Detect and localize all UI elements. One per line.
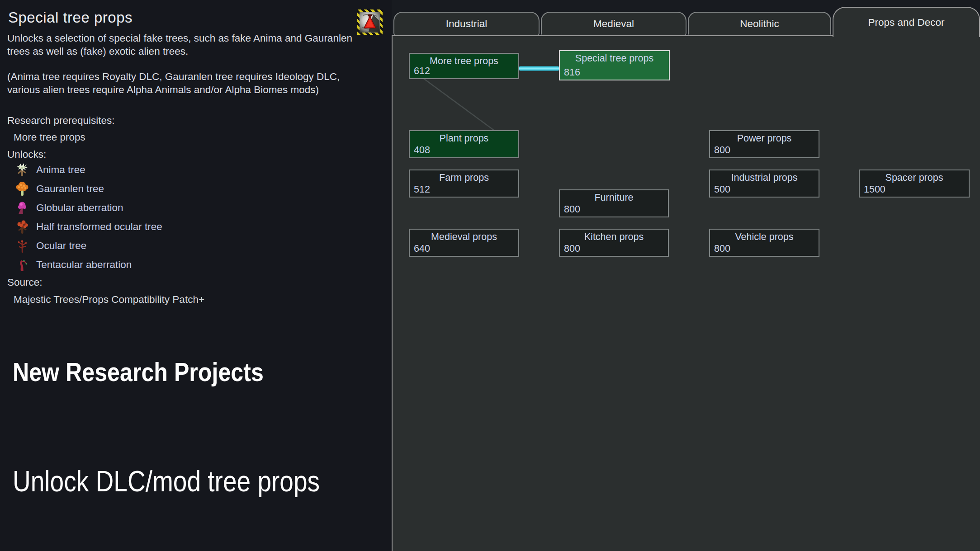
page-title: Special tree props [8,9,133,26]
tab-neolithic[interactable]: Neolithic [688,12,831,35]
unlock-item-anima-tree[interactable]: Anima tree [13,160,266,179]
unlock-item-tentacular-aberration[interactable]: Tentacular aberration [13,255,266,274]
info-panel: Special tree props Unlocks a selection o… [0,0,392,551]
tab-strip: IndustrialMedievalNeolithicProps and Dec… [392,0,980,37]
unlocks-label: Unlocks: [7,149,46,160]
ocular-tree-icon [14,238,30,254]
prerequisite-item[interactable]: More tree props [14,132,85,143]
prerequisites-label: Research prerequisites: [7,115,115,127]
unlock-item-globular-aberration[interactable]: Globular aberration [13,198,266,217]
active-connection-line [519,66,559,71]
research-node-more-tree-props[interactable]: More tree props 612 [409,53,519,79]
research-node-kitchen-props[interactable]: Kitchen props 800 [559,229,669,257]
techprint-icon [357,9,383,35]
half-transformed-ocular-tree-icon [14,219,30,235]
research-node-special-tree-props[interactable]: Special tree props 816 [559,50,670,80]
heading-unlock-dlc-mod-tree-props: Unlock DLC/mod tree props [13,465,320,498]
prerequisite-line [393,36,980,551]
project-note: (Anima tree requires Royalty DLC, Gauran… [7,70,358,96]
source-label: Source: [7,277,43,288]
source-item: Majestic Trees/Props Compatibility Patch… [14,294,204,306]
research-tree-panel: More tree props 612 Special tree props 8… [392,35,980,551]
research-node-vehicle-props[interactable]: Vehicle props 800 [709,229,819,257]
heading-new-research-projects: New Research Projects [13,357,264,387]
unlock-item-ocular-tree[interactable]: Ocular tree [13,236,266,255]
research-node-medieval-props[interactable]: Medieval props 640 [409,229,519,257]
research-node-farm-props[interactable]: Farm props 512 [409,170,519,198]
research-node-spacer-props[interactable]: Spacer props 1500 [859,170,970,198]
research-node-plant-props[interactable]: Plant props 408 [409,130,519,158]
tab-medieval[interactable]: Medieval [541,12,686,35]
anima-tree-icon [14,162,30,178]
project-description: Unlocks a selection of special fake tree… [7,32,358,58]
research-tab-view: IndustrialMedievalNeolithicProps and Dec… [392,0,980,551]
globular-aberration-icon [14,200,30,216]
research-node-furniture[interactable]: Furniture 800 [559,189,669,217]
unlock-list: Anima tree Gauranlen tree Globular aberr… [13,160,266,274]
unlock-item-gauranlen-tree[interactable]: Gauranlen tree [13,179,266,198]
unlock-item-half-transformed-ocular-tree[interactable]: Half transformed ocular tree [13,217,266,236]
tab-industrial[interactable]: Industrial [393,12,540,35]
research-node-power-props[interactable]: Power props 800 [709,130,819,158]
research-node-industrial-props[interactable]: Industrial props 500 [709,170,819,198]
gauranlen-tree-icon [14,181,30,197]
tentacular-aberration-icon [14,257,30,273]
tab-props-and-decor[interactable]: Props and Decor [833,7,980,37]
